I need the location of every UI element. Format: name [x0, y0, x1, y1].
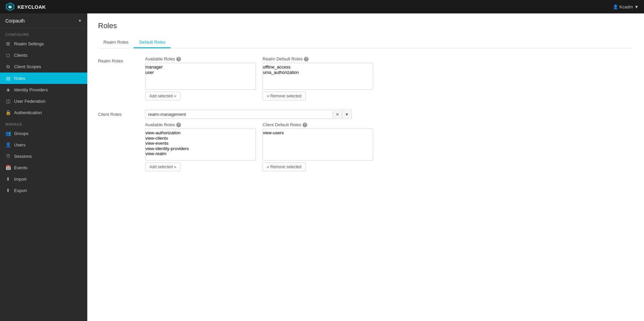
dropdown-toggle-button[interactable]: ▼ — [342, 111, 352, 118]
list-item[interactable]: offline_access — [263, 64, 373, 70]
tab-default-roles[interactable]: Default Roles — [134, 37, 171, 48]
list-item[interactable]: uma_authorization — [263, 70, 373, 75]
sidebar-item-import[interactable]: ⬇ Import — [0, 173, 87, 185]
page-title: Roles — [98, 21, 633, 30]
list-item[interactable]: user — [145, 70, 256, 75]
sidebar-item-realm-settings[interactable]: ⊞ Realm Settings — [0, 38, 87, 49]
sidebar-item-label: Client Scopes — [14, 64, 41, 69]
realm-settings-icon: ⊞ — [5, 41, 11, 46]
sidebar-item-clients[interactable]: ◻ Clients — [0, 49, 87, 61]
sidebar-item-sessions[interactable]: ⏱ Sessions — [0, 150, 87, 162]
realm-default-roles-help-icon[interactable]: ? — [304, 57, 309, 61]
sidebar-item-label: Roles — [14, 76, 25, 81]
user-chevron-icon: ▼ — [634, 4, 639, 9]
sidebar-item-client-scopes[interactable]: ⧉ Client Scopes — [0, 61, 87, 73]
logo: KEYCLOAK — [5, 2, 46, 11]
client-roles-dropdown[interactable]: realm-management — [145, 110, 333, 119]
client-available-roles-listbox[interactable]: view-authorization view-clients view-eve… — [145, 129, 256, 160]
authentication-icon: 🔒 — [5, 110, 11, 115]
sidebar-item-label: Users — [14, 142, 26, 147]
list-item[interactable]: view-users — [263, 130, 373, 136]
client-roles-selector[interactable]: realm-management ✕ ▼ — [145, 110, 352, 119]
realm-roles-columns: Available Roles ? manager user Add selec… — [145, 56, 633, 100]
logo-text: KEYCLOAK — [17, 4, 46, 10]
available-roles-header: Available Roles ? — [145, 56, 256, 61]
groups-icon: 👥 — [5, 131, 11, 136]
app-body: Corpauth ▼ Configure ⊞ Realm Settings ◻ … — [0, 13, 644, 321]
realm-default-roles-header: Realm Default Roles ? — [263, 56, 373, 61]
sidebar-item-label: Import — [14, 177, 27, 182]
client-default-roles-header: Client Default Roles ? — [263, 122, 373, 127]
realm-default-roles-col: Realm Default Roles ? offline_access uma… — [263, 56, 373, 100]
available-roles-listbox[interactable]: manager user — [145, 63, 256, 90]
remove-selected-button[interactable]: « Remove selected — [263, 92, 306, 100]
tabs: Realm Roles Default Roles — [98, 37, 633, 48]
list-item[interactable]: view-identity-providers — [145, 146, 256, 151]
sidebar-item-label: Authentication — [14, 110, 42, 115]
sidebar-item-identity-providers[interactable]: ◈ Identity Providers — [0, 84, 87, 95]
events-icon: 📅 — [5, 165, 11, 170]
sidebar-item-label: Export — [14, 188, 27, 193]
sidebar-item-label: Identity Providers — [14, 87, 48, 92]
list-item[interactable]: view-clients — [145, 136, 256, 141]
realm-roles-section: Realm Roles Available Roles ? manager us… — [98, 56, 633, 100]
client-roles-label: Client Roles — [98, 110, 145, 117]
sidebar-item-label: Events — [14, 165, 28, 170]
keycloak-logo-icon — [5, 2, 15, 11]
realm-roles-label: Realm Roles — [98, 56, 145, 63]
list-item[interactable]: view-authorization — [145, 130, 256, 136]
sidebar-item-user-federation[interactable]: ◫ User Federation — [0, 95, 87, 107]
sidebar-item-authentication[interactable]: 🔒 Authentication — [0, 107, 87, 118]
clients-icon: ◻ — [5, 52, 11, 58]
sidebar-item-events[interactable]: 📅 Events — [0, 162, 87, 173]
sidebar-item-label: Clients — [14, 53, 28, 58]
users-icon: 👤 — [5, 142, 11, 147]
import-icon: ⬇ — [5, 176, 11, 182]
client-available-roles-help-icon[interactable]: ? — [176, 123, 181, 127]
client-roles-body: realm-management ✕ ▼ Available Roles ? — [145, 110, 373, 171]
realm-chevron-icon: ▼ — [78, 18, 82, 23]
manage-section-label: Manage — [0, 118, 87, 128]
available-roles-col: Available Roles ? manager user Add selec… — [145, 56, 256, 100]
client-roles-columns: Available Roles ? view-authorization vie… — [145, 122, 373, 171]
tab-realm-roles[interactable]: Realm Roles — [98, 37, 134, 48]
client-default-roles-help-icon[interactable]: ? — [303, 123, 307, 127]
sessions-icon: ⏱ — [5, 153, 11, 159]
identity-providers-icon: ◈ — [5, 87, 11, 92]
list-item[interactable]: view-realm — [145, 151, 256, 156]
user-federation-icon: ◫ — [5, 98, 11, 104]
realm-name: Corpauth — [5, 18, 25, 24]
list-item[interactable]: view-events — [145, 141, 256, 146]
client-scopes-icon: ⧉ — [5, 64, 11, 70]
sidebar-item-users[interactable]: 👤 Users — [0, 139, 87, 150]
realm-roles-body: Available Roles ? manager user Add selec… — [145, 56, 633, 100]
client-default-roles-listbox[interactable]: view-users — [263, 129, 373, 160]
main-content: Roles Realm Roles Default Roles Realm Ro… — [87, 13, 644, 321]
sidebar-item-groups[interactable]: 👥 Groups — [0, 128, 87, 139]
top-navbar: KEYCLOAK 👤 Kcadm ▼ — [0, 0, 644, 13]
sidebar-item-roles[interactable]: ▤ Roles — [0, 73, 87, 84]
client-roles-section: Client Roles realm-management ✕ ▼ — [98, 110, 633, 171]
export-icon: ⬆ — [5, 188, 11, 193]
sidebar-item-label: Groups — [14, 131, 29, 136]
client-add-selected-button[interactable]: Add selected » — [145, 163, 180, 171]
selector-btns: ✕ ▼ — [333, 111, 352, 118]
user-label: Kcadm — [619, 4, 633, 9]
sidebar: Corpauth ▼ Configure ⊞ Realm Settings ◻ … — [0, 13, 87, 321]
roles-icon: ▤ — [5, 76, 11, 81]
client-available-roles-header: Available Roles ? — [145, 122, 256, 127]
sidebar-item-label: User Federation — [14, 99, 45, 104]
client-remove-selected-button[interactable]: « Remove selected — [263, 163, 306, 171]
user-icon: 👤 — [613, 4, 618, 9]
user-menu[interactable]: 👤 Kcadm ▼ — [613, 4, 639, 9]
available-roles-help-icon[interactable]: ? — [176, 57, 181, 61]
realm-selector[interactable]: Corpauth ▼ — [0, 13, 87, 29]
clear-selector-button[interactable]: ✕ — [333, 111, 342, 118]
sidebar-item-label: Sessions — [14, 154, 32, 159]
realm-default-roles-listbox[interactable]: offline_access uma_authorization — [263, 63, 373, 90]
add-selected-button[interactable]: Add selected » — [145, 92, 180, 100]
client-default-roles-col: Client Default Roles ? view-users « Remo… — [263, 122, 373, 171]
sidebar-item-export[interactable]: ⬆ Export — [0, 185, 87, 196]
configure-section-label: Configure — [0, 29, 87, 38]
list-item[interactable]: manager — [145, 64, 256, 70]
